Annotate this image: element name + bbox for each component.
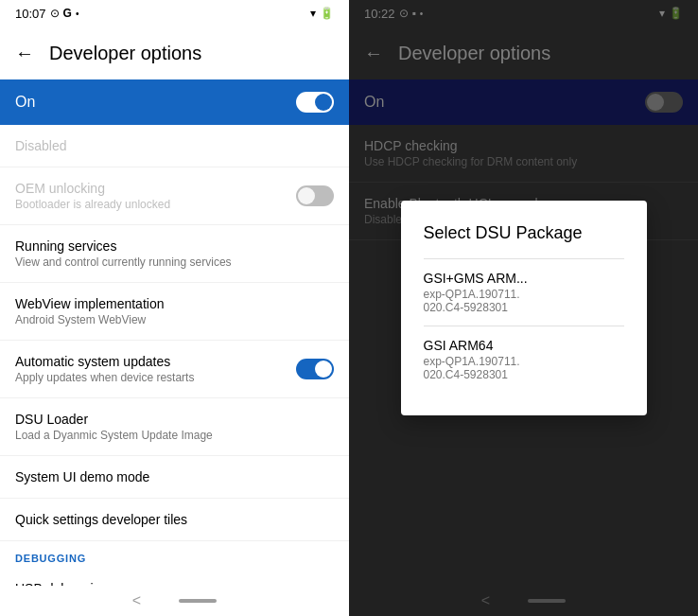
dialog-item-title-2: GSI ARM64 [424,338,624,353]
setting-quicksettings[interactable]: Quick settings developer tiles [0,499,349,541]
setting-auto-updates[interactable]: Automatic system updates Apply updates w… [0,341,349,398]
auto-updates-toggle[interactable] [296,359,334,379]
setting-disabled-item: Disabled [0,125,349,167]
status-left-1: 10:07 ⊙ G • [15,7,79,21]
status-icon-g2: G [63,7,72,20]
section-header-debugging: DEBUGGING [0,541,349,568]
dialog-item-1[interactable]: GSI+GMS ARM... exp-QP1A.190711.020.C4-59… [424,258,624,326]
setting-subtitle-dsu: Load a Dyanmic System Update Image [15,429,213,442]
status-icons-1: ▾ 🔋 [310,7,334,20]
nav-home-1[interactable] [179,599,217,603]
setting-text-dsu: DSU Loader Load a Dyanmic System Update … [15,412,213,442]
phone2: 10:22 ⊙ ▪ • ▾ 🔋 ← Developer options On H… [349,0,698,616]
on-toggle-row-1[interactable]: On [0,79,349,125]
setting-text-running: Running services View and control curren… [15,238,232,269]
on-toggle-switch-1[interactable] [296,92,334,113]
setting-webview[interactable]: WebView implementation Android System We… [0,283,349,341]
setting-text-auto: Automatic system updates Apply updates w… [15,354,194,384]
setting-text-oem: OEM unlocking Bootloader is already unlo… [15,181,170,211]
status-icon-g: ⊙ [50,7,60,20]
top-bar-1: ← Developer options [0,26,349,79]
status-bar-1: 10:07 ⊙ G • ▾ 🔋 [0,0,349,26]
setting-title-disabled: Disabled [15,138,66,153]
settings-content-1: Disabled OEM unlocking Bootloader is alr… [0,125,349,586]
setting-dsu[interactable]: DSU Loader Load a Dyanmic System Update … [0,398,349,456]
on-label-1: On [15,94,35,111]
dialog-item-subtitle-2: exp-QP1A.190711.020.C4-5928301 [424,355,624,381]
setting-subtitle-running: View and control currently running servi… [15,255,232,269]
setting-running[interactable]: Running services View and control curren… [0,225,349,283]
phone1: 10:07 ⊙ G • ▾ 🔋 ← Developer options On D… [0,0,349,616]
setting-title-quicksettings: Quick settings developer tiles [15,512,187,527]
dialog-item-2[interactable]: GSI ARM64 exp-QP1A.190711.020.C4-5928301 [424,326,624,393]
setting-title-running: Running services [15,238,232,254]
setting-title-auto: Automatic system updates [15,354,194,369]
back-button-1[interactable]: ← [15,43,34,64]
setting-text-systemui: System UI demo mode [15,469,149,484]
dialog-item-title-1: GSI+GMS ARM... [424,271,624,286]
oem-toggle[interactable] [296,185,334,206]
dialog-item-subtitle-1: exp-QP1A.190711.020.C4-5928301 [424,288,624,314]
setting-systemui[interactable]: System UI demo mode [0,456,349,499]
wifi-icon-1: ▾ [310,7,316,20]
page-title-1: Developer options [49,43,201,64]
setting-subtitle-webview: Android System WebView [15,313,164,326]
status-dot-1: • [76,9,79,19]
setting-title-webview: WebView implementation [15,296,164,311]
setting-text-disabled: Disabled [15,138,66,153]
setting-title-systemui: System UI demo mode [15,469,149,484]
setting-text-webview: WebView implementation Android System We… [15,296,164,326]
setting-title-dsu: DSU Loader [15,412,213,427]
nav-back-1[interactable]: < [132,592,141,609]
setting-oem: OEM unlocking Bootloader is already unlo… [0,167,349,225]
dialog-title: Select DSU Package [424,223,624,243]
nav-bar-1: < [0,586,349,616]
setting-text-quicksettings: Quick settings developer tiles [15,512,187,527]
status-time-1: 10:07 [15,7,46,21]
setting-subtitle-auto: Apply updates when device restarts [15,371,194,384]
dialog-overlay: Select DSU Package GSI+GMS ARM... exp-QP… [349,0,698,616]
setting-usb[interactable]: USB debugging Debug mode when USB is con… [0,568,349,586]
battery-icon-1: 🔋 [320,7,334,20]
setting-subtitle-oem: Bootloader is already unlocked [15,198,170,211]
setting-title-oem: OEM unlocking [15,181,170,196]
select-dsu-dialog: Select DSU Package GSI+GMS ARM... exp-QP… [401,201,647,415]
